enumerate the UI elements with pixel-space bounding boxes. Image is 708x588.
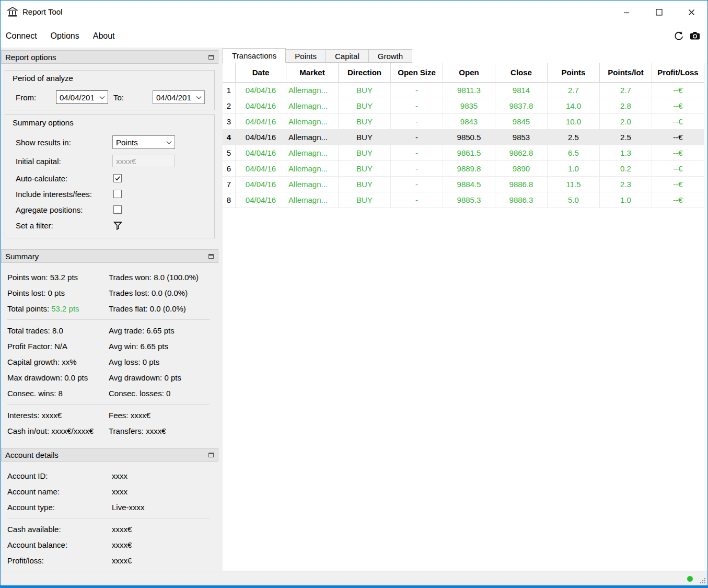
table-row[interactable]: 104/04/16Allemagn...BUY-9811.398142.72.7… — [223, 83, 704, 98]
minimize-button[interactable] — [610, 1, 643, 24]
account-row: Account name:xxxx — [1, 483, 219, 499]
cell-date: 04/04/16 — [236, 192, 286, 208]
account-row: Account type:Live-xxxx — [1, 499, 219, 515]
menu-options[interactable]: Options — [44, 27, 86, 45]
table-row[interactable]: 304/04/16Allemagn...BUY-9843984510.02.0-… — [223, 114, 704, 130]
summary-stat-left: Interests: xxxx€ — [7, 411, 109, 420]
float-panel-icon[interactable] — [208, 55, 214, 60]
account-field-value: xxxx€ — [112, 540, 216, 549]
account-field-label: Cash available: — [7, 525, 112, 534]
report-options-header[interactable]: Report options — [1, 50, 218, 64]
table-row[interactable]: 204/04/16Allemagn...BUY-98359837.814.02.… — [223, 98, 704, 114]
cell-open-size: - — [391, 192, 443, 208]
cell-points-lot: 1.0 — [600, 192, 652, 208]
close-icon — [688, 9, 695, 16]
cell-open-size: - — [391, 98, 443, 114]
window-controls — [610, 1, 707, 24]
filter-icon — [113, 221, 122, 230]
table-row[interactable]: 804/04/16Allemagn...BUY-9885.39886.35.01… — [223, 192, 704, 208]
summary-row: Profit Factor: N/AAvg win: 6.65 pts — [1, 338, 219, 354]
summary-stat-left: Consec. wins: 8 — [7, 389, 109, 398]
cell-open: 9843 — [443, 114, 495, 130]
column-header-direction[interactable]: Direction — [339, 63, 391, 83]
filter-button[interactable] — [112, 220, 123, 230]
table-row[interactable]: 504/04/16Allemagn...BUY-9861.59862.86.51… — [223, 145, 704, 161]
include-fees-checkbox[interactable] — [113, 190, 122, 198]
include-fees-label: Include interests/fees: — [16, 186, 92, 202]
window-title: Report Tool — [22, 7, 62, 16]
cell-market: Allemagn... — [286, 83, 339, 98]
to-date-select[interactable]: 04/04/201 — [153, 90, 205, 104]
table-row[interactable]: 704/04/16Allemagn...BUY-9884.59886.811.5… — [223, 177, 704, 192]
account-details-header[interactable]: Account details — [1, 448, 218, 462]
column-header-date[interactable]: Date — [236, 63, 286, 83]
aggregate-positions-checkbox[interactable] — [113, 205, 122, 214]
tab-points[interactable]: Points — [286, 49, 326, 63]
table-scrollbar[interactable] — [704, 63, 707, 571]
title-bar[interactable]: Report Tool — [1, 1, 707, 24]
summary-stat-left: Points won: 53.2 pts — [7, 273, 109, 282]
column-header-market[interactable]: Market — [286, 63, 339, 83]
from-date-value: 04/04/201 — [60, 93, 95, 102]
period-groupbox: Period of analyze From: 04/04/201 To: 04… — [5, 70, 215, 110]
aggregate-positions-row: Agregate positions: — [5, 202, 214, 217]
column-header-points[interactable]: Points — [548, 63, 600, 83]
chevron-down-icon — [100, 94, 105, 99]
cell-open: 9885.3 — [443, 192, 495, 208]
cell-points: 2.7 — [548, 83, 600, 98]
summary-stat-right: Consec. losses: 0 — [109, 389, 216, 398]
initial-capital-input[interactable]: xxxx€ — [112, 155, 175, 167]
tab-growth[interactable]: Growth — [369, 49, 412, 63]
from-date-select[interactable]: 04/04/201 — [56, 90, 108, 104]
summary-stat-right: Trades won: 8.0 (100.0%) — [109, 273, 216, 282]
column-header-profit-loss[interactable]: Profit/Loss — [652, 63, 704, 83]
summary-stat-left: Total trades: 8.0 — [7, 326, 109, 335]
close-button[interactable] — [675, 1, 707, 24]
cell-points: 1.0 — [548, 161, 600, 177]
corner-header-cell[interactable] — [223, 63, 236, 83]
summary-stat-right: Avg drawdown: 0 pts — [109, 373, 216, 382]
summary-header[interactable]: Summary — [1, 249, 218, 263]
main-area: TransactionsPointsCapitalGrowth DateMark… — [223, 48, 707, 571]
cell-market: Allemagn... — [286, 98, 339, 114]
cell-market: Allemagn... — [286, 114, 339, 130]
menu-connect[interactable]: Connect — [1, 27, 44, 45]
auto-calculate-checkbox[interactable] — [113, 174, 122, 182]
table-row[interactable]: 404/04/16Allemagn...BUY-9850.598532.52.5… — [223, 130, 704, 145]
account-field-label: Account balance: — [7, 540, 112, 549]
cell-open-size: - — [391, 114, 443, 130]
left-panel: Report options Period of analyze From: 0… — [1, 48, 219, 571]
initial-capital-row: Initial capital: xxxx€ — [5, 155, 214, 167]
account-field-value: xxxx€ — [112, 556, 216, 565]
cell-date: 04/04/16 — [236, 98, 286, 114]
table-row[interactable]: 604/04/16Allemagn...BUY-9889.898901.00.2… — [223, 161, 704, 177]
cell-direction: BUY — [339, 161, 391, 177]
column-header-open-size[interactable]: Open Size — [391, 63, 443, 83]
cell-points-lot: 2.5 — [600, 130, 652, 145]
cell-points: 5.0 — [548, 192, 600, 208]
bank-icon — [7, 6, 18, 18]
section-divider — [1, 515, 219, 521]
refresh-button[interactable] — [673, 30, 684, 42]
section-divider — [1, 401, 219, 407]
show-results-row: Show results in: Points — [5, 135, 214, 149]
account-field-value: xxxx — [112, 487, 216, 496]
float-panel-icon[interactable] — [208, 254, 214, 259]
column-header-close[interactable]: Close — [495, 63, 548, 83]
resize-grip[interactable] — [699, 577, 706, 584]
float-panel-icon[interactable] — [208, 453, 214, 457]
tab-transactions[interactable]: Transactions — [223, 48, 286, 63]
status-bar — [1, 571, 707, 585]
screenshot-button[interactable] — [689, 30, 701, 42]
menu-about[interactable]: About — [86, 27, 122, 45]
cell-market: Allemagn... — [286, 177, 339, 192]
summary-row: Max drawdown: 0.0 ptsAvg drawdown: 0 pts — [1, 370, 219, 385]
maximize-button[interactable] — [643, 1, 675, 24]
show-results-select[interactable]: Points — [112, 135, 175, 149]
column-header-points-lot[interactable]: Points/lot — [600, 63, 652, 83]
row-number: 3 — [223, 114, 236, 130]
cell-direction: BUY — [339, 130, 391, 145]
column-header-open[interactable]: Open — [443, 63, 495, 83]
chevron-down-icon — [167, 139, 172, 144]
tab-capital[interactable]: Capital — [326, 49, 369, 63]
